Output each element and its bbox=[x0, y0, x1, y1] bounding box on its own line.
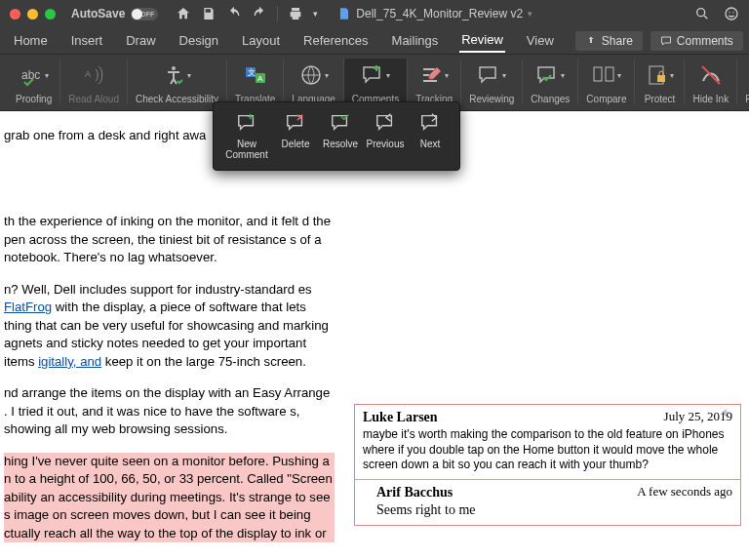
svg-point-6 bbox=[172, 66, 176, 70]
tab-layout[interactable]: Layout bbox=[240, 29, 282, 52]
group-compare[interactable]: ▾ Compare bbox=[578, 59, 635, 104]
chevron-down-icon: ▾ bbox=[445, 71, 449, 80]
group-protect[interactable]: ▾ Protect bbox=[635, 59, 685, 104]
chevron-down-icon: ▾ bbox=[670, 71, 674, 80]
svg-point-0 bbox=[697, 9, 705, 17]
tab-draw[interactable]: Draw bbox=[124, 29, 157, 52]
hide-ink-icon bbox=[699, 63, 723, 87]
home-icon[interactable] bbox=[176, 6, 191, 21]
comment-author: Luke Larsen bbox=[363, 409, 438, 426]
share-button[interactable]: Share bbox=[575, 31, 643, 51]
qat-dropdown-icon[interactable]: ▾ bbox=[313, 9, 318, 19]
window-controls bbox=[10, 9, 56, 20]
chevron-down-icon: ▾ bbox=[325, 71, 329, 80]
group-comments[interactable]: ▾ Comments bbox=[344, 59, 408, 104]
link-flatfrog[interactable]: FlatFrog bbox=[4, 300, 52, 314]
comment[interactable]: Luke Larsen July 25, 2019 maybe it's wor… bbox=[355, 405, 740, 479]
spellcheck-icon: abc bbox=[20, 63, 43, 87]
paragraph[interactable]: ng the bottom of the screen to bring up … bbox=[4, 556, 335, 560]
changes-icon bbox=[535, 63, 559, 87]
new-comment-button[interactable]: New Comment bbox=[221, 108, 272, 162]
next-comment-button[interactable]: Next bbox=[409, 108, 452, 162]
svg-rect-15 bbox=[657, 75, 665, 82]
redo-icon[interactable] bbox=[252, 6, 267, 21]
resolve-comment-icon bbox=[330, 112, 351, 134]
svg-text:abc: abc bbox=[21, 68, 40, 82]
chevron-down-icon[interactable]: ▾ bbox=[528, 9, 532, 19]
tab-insert[interactable]: Insert bbox=[69, 29, 105, 52]
chevron-down-icon: ▾ bbox=[187, 71, 191, 80]
save-icon[interactable] bbox=[201, 6, 217, 21]
ribbon-tabs: Home Insert Draw Design Layout Reference… bbox=[0, 27, 749, 55]
tab-references[interactable]: References bbox=[301, 29, 370, 52]
doc-icon bbox=[337, 7, 351, 20]
document-page[interactable]: grab one from a desk and right awa th th… bbox=[0, 111, 346, 560]
smile-icon[interactable] bbox=[724, 6, 739, 21]
svg-point-1 bbox=[726, 8, 737, 20]
tab-review[interactable]: Review bbox=[459, 28, 505, 53]
delete-comment-button[interactable]: Delete bbox=[274, 108, 317, 162]
paragraph[interactable]: n? Well, Dell includes support for indus… bbox=[4, 281, 335, 371]
undo-icon[interactable] bbox=[226, 6, 242, 21]
document-title[interactable]: Dell_75_4K_Monitor_Review v2 ▾ bbox=[337, 7, 532, 20]
comment-reply[interactable]: Arif Bacchus A few seconds ago Seems rig… bbox=[355, 479, 740, 525]
chevron-down-icon: ▾ bbox=[45, 71, 49, 80]
group-resume[interactable]: in Resume Assistant bbox=[737, 59, 749, 104]
chevron-down-icon: ▾ bbox=[617, 71, 621, 80]
svg-text:A: A bbox=[85, 69, 91, 79]
reviewing-icon bbox=[477, 63, 500, 87]
group-language[interactable]: ▾ Language bbox=[284, 59, 344, 104]
group-changes[interactable]: ▾ Changes bbox=[523, 59, 578, 104]
print-icon[interactable] bbox=[288, 6, 303, 21]
next-comment-icon bbox=[419, 112, 441, 134]
search-icon[interactable] bbox=[694, 6, 710, 21]
autosave-switch[interactable]: OFF bbox=[131, 8, 158, 20]
comment-body: Seems right to me bbox=[376, 501, 732, 519]
read-aloud-icon: A bbox=[82, 63, 105, 87]
group-reviewing[interactable]: ▾ Reviewing bbox=[461, 59, 523, 104]
link-digitally[interactable]: igitally, and bbox=[38, 354, 101, 369]
tab-view[interactable]: View bbox=[525, 29, 556, 52]
close-icon[interactable] bbox=[10, 9, 20, 20]
language-icon bbox=[299, 63, 323, 87]
group-hide-ink[interactable]: Hide Ink bbox=[685, 59, 737, 104]
group-accessibility[interactable]: ▾ Check Accessibility bbox=[128, 59, 227, 104]
autosave-label: AutoSave bbox=[71, 7, 125, 20]
group-tracking[interactable]: ▾ Tracking bbox=[408, 59, 461, 104]
paragraph-highlighted[interactable]: hing I've never quite seen on a monitor … bbox=[4, 453, 335, 542]
resolve-comment-button[interactable]: Resolve bbox=[319, 108, 362, 162]
comment-reply-icon[interactable] bbox=[721, 407, 734, 423]
tab-mailings[interactable]: Mailings bbox=[390, 29, 441, 52]
document-area: grab one from a desk and right awa th th… bbox=[0, 111, 749, 560]
svg-text:A: A bbox=[257, 74, 263, 83]
comments-button[interactable]: Comments bbox=[650, 31, 743, 51]
svg-rect-12 bbox=[594, 67, 602, 81]
tab-actions: Share Comments bbox=[575, 31, 743, 51]
paragraph[interactable]: nd arrange the items on the display with… bbox=[4, 384, 335, 438]
titlebar-right bbox=[694, 6, 739, 21]
tab-design[interactable]: Design bbox=[177, 29, 220, 52]
accessibility-icon bbox=[162, 63, 185, 87]
zoom-icon[interactable] bbox=[45, 9, 56, 20]
protect-icon bbox=[645, 63, 668, 87]
chevron-down-icon: ▾ bbox=[561, 71, 565, 80]
comment-body: maybe it's worth making the comparison t… bbox=[363, 427, 732, 473]
autosave-toggle[interactable]: AutoSave OFF bbox=[71, 7, 158, 20]
paragraph[interactable]: th the experience of inking on the monit… bbox=[4, 213, 335, 266]
group-translate[interactable]: 文A Translate bbox=[227, 59, 284, 104]
tab-home[interactable]: Home bbox=[12, 29, 50, 52]
comment-thread[interactable]: Luke Larsen July 25, 2019 maybe it's wor… bbox=[354, 404, 741, 526]
group-proofing[interactable]: abc▾ Proofing bbox=[8, 59, 60, 104]
previous-comment-button[interactable]: Previous bbox=[364, 108, 407, 162]
comment-new-icon bbox=[361, 63, 384, 87]
translate-icon: 文A bbox=[244, 63, 267, 87]
titlebar: AutoSave OFF ▾ Dell_75_4K_Monitor_Review… bbox=[0, 0, 749, 27]
group-read-aloud[interactable]: A Read Aloud bbox=[60, 59, 128, 104]
chevron-down-icon: ▾ bbox=[386, 71, 390, 80]
minimize-icon[interactable] bbox=[27, 9, 38, 20]
comment-author: Arif Bacchus bbox=[376, 484, 453, 501]
svg-rect-13 bbox=[606, 67, 613, 81]
svg-point-3 bbox=[732, 12, 733, 13]
quick-access-toolbar: ▾ bbox=[176, 6, 318, 21]
svg-text:文: 文 bbox=[248, 68, 256, 77]
